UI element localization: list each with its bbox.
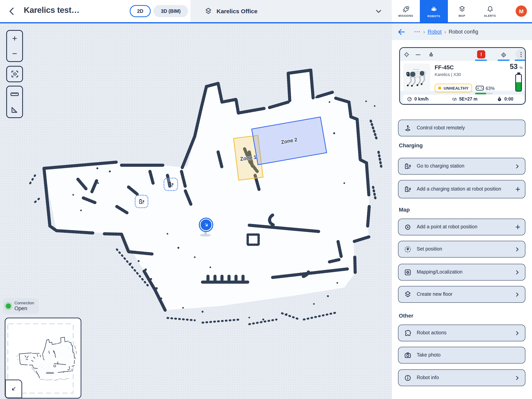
nav-tab-label: ALERTS [484, 14, 496, 17]
robot-info-button[interactable]: Robot info [398, 369, 525, 386]
charging-station-marker-1[interactable] [164, 178, 178, 191]
breadcrumb: ··· › Robot › Robot config [392, 23, 532, 40]
battery-cap [517, 72, 520, 74]
top-app-bar: Karelics test… 2D 3D (BIM) Karelics Offi… [0, 0, 532, 22]
button-label: Go to charging station [417, 163, 514, 169]
robot-alert-button[interactable]: ! [477, 50, 485, 58]
button-label: Control robot remotely [417, 125, 525, 131]
chevron-right-icon [514, 291, 520, 297]
breadcrumb-separator: › [423, 29, 425, 34]
tab-indicator [498, 60, 509, 61]
bug-icon[interactable] [428, 51, 435, 58]
minimap[interactable] [5, 318, 81, 399]
button-label: Add a charging station at robot position [417, 186, 515, 192]
robot-menu-button[interactable] [516, 49, 526, 60]
bell-icon [486, 5, 494, 13]
layers-icon [204, 7, 213, 15]
topbar-accent-line [0, 22, 532, 23]
nav-tab-label: MAP [459, 14, 465, 17]
speedometer-icon [407, 96, 412, 102]
focus-frame-icon [10, 69, 19, 79]
locate-crosshair-icon[interactable] [403, 51, 410, 58]
camera-icon [404, 351, 412, 360]
take-photo-button[interactable]: Take photo [398, 347, 525, 364]
kebab-menu-icon [517, 51, 524, 58]
nav-tab-missions[interactable]: MISSIONS [392, 0, 420, 22]
mission-title: Karelics test… [24, 6, 79, 15]
mapping-localization-button[interactable]: Mapping/Localization [398, 264, 525, 281]
set-position-button[interactable]: Set position [398, 241, 525, 257]
view-toggle-2d[interactable]: 2D [130, 5, 151, 17]
robot-icon [430, 5, 438, 13]
robot-actions-button[interactable]: Robot actions [398, 325, 525, 341]
map-canvas[interactable]: Zone 1 Zone 2 [0, 23, 392, 399]
chevron-right-icon [514, 246, 520, 252]
tab-indicator [475, 60, 487, 61]
connection-value: Open [14, 305, 34, 311]
connection-ok-dot [6, 303, 11, 309]
robot-model: Karelics | X30 [435, 72, 461, 77]
minimap-collapse-button[interactable] [5, 380, 22, 398]
button-label: Take photo [417, 352, 525, 358]
chevron-right-icon [514, 375, 520, 381]
add-charging-station-button[interactable]: Add a charging station at robot position… [398, 180, 525, 198]
plus-icon: + [515, 223, 520, 231]
user-avatar[interactable]: M [516, 6, 527, 17]
arrow-left-icon[interactable] [397, 27, 406, 36]
chevron-right-icon [514, 330, 520, 336]
charging-station-icon [404, 162, 412, 170]
stat-odometer: 5E+27 m [451, 96, 497, 102]
chevron-right-icon [514, 163, 520, 169]
battery-gauge [515, 72, 522, 91]
button-label: Add a point at robot position [417, 224, 515, 230]
nav-tab-alerts[interactable]: ALERTS [476, 0, 504, 22]
set-square-icon[interactable] [10, 105, 19, 115]
charging-station-icon [404, 185, 412, 193]
minus-icon[interactable] [415, 51, 421, 58]
connection-status: Connection Open [3, 298, 39, 314]
app-root: Zone 1 Zone 2 [0, 0, 532, 399]
button-label: Mapping/Localization [417, 269, 514, 275]
layers-icon [404, 290, 412, 299]
center-on-robot-button[interactable] [6, 66, 23, 82]
robot-position-marker[interactable] [200, 219, 212, 231]
zoom-out-button[interactable]: − [12, 48, 17, 59]
tab-indicator [515, 60, 526, 61]
create-new-floor-button[interactable]: Create new floor [398, 286, 525, 303]
robot-status-card: ! [399, 47, 526, 105]
stat-mission-time: 0:00 [497, 96, 524, 102]
control-robot-remotely-button[interactable]: Control robot remotely [398, 120, 525, 136]
status-text: UNHEALTHY [443, 86, 469, 90]
joystick-icon [404, 124, 412, 132]
gps-target-icon[interactable] [500, 51, 507, 59]
ruler-icon[interactable] [10, 90, 19, 99]
charging-station-marker-2[interactable] [135, 195, 148, 208]
breadcrumb-separator: › [444, 29, 446, 34]
view-toggle-3d[interactable]: 3D (BIM) [153, 5, 188, 17]
robot-photo [403, 64, 430, 91]
battery-fill [516, 82, 521, 90]
floor-selector[interactable]: Karelics Office [190, 0, 392, 22]
go-to-charging-station-button[interactable]: Go to charging station [398, 158, 525, 174]
stairs-icon [203, 222, 209, 228]
robot-name: FF-45C [435, 64, 454, 71]
layers-icon [458, 5, 466, 13]
nav-tab-map[interactable]: MAP [448, 0, 476, 22]
rocket-icon [402, 5, 410, 13]
zoom-in-button[interactable]: + [12, 32, 17, 44]
chevron-right-icon [514, 269, 520, 275]
breadcrumb-ellipsis[interactable]: ··· [414, 29, 421, 35]
controller-battery-bar [475, 93, 493, 94]
zone-1-label: Zone 1 [240, 154, 257, 162]
nav-tab-robots[interactable]: ROBOTS [420, 0, 448, 22]
battery-percent: 53 % [510, 63, 525, 71]
button-label: Robot actions [417, 330, 514, 336]
nav-tab-label: MISSIONS [399, 14, 413, 17]
robot-stats-row: 0 km/h 5E+27 m [403, 95, 524, 103]
add-point-at-robot-position-button[interactable]: Add a point at robot position + [398, 219, 525, 235]
back-button[interactable] [7, 6, 17, 16]
chevron-left-icon [7, 6, 17, 16]
zoom-control: + − [6, 30, 23, 62]
section-header-map: Map [399, 206, 410, 213]
breadcrumb-robot-link[interactable]: Robot [428, 29, 442, 35]
